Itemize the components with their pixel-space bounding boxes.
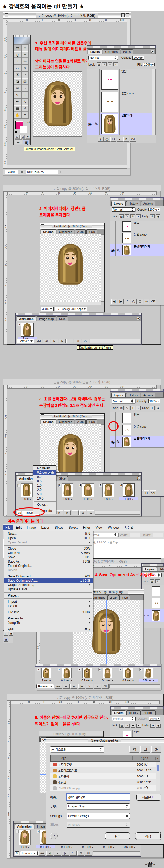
menu-item-revert[interactable]: Revert: [4, 568, 93, 572]
zoom-tool-icon[interactable]: ⊙: [21, 112, 29, 119]
layer-name[interactable]: 눈썹 copy: [120, 91, 134, 113]
vertical-scrollbar[interactable]: [100, 424, 104, 473]
menu-item[interactable]: 1.0: [33, 483, 56, 488]
lock-transparency-icon[interactable]: ▨: [119, 723, 124, 727]
next-frame-icon[interactable]: |▶: [58, 339, 66, 343]
new-folder-button[interactable]: ❏: [140, 746, 150, 753]
desktop-button[interactable]: ◰: [129, 746, 139, 753]
layer-style-icon[interactable]: ƒ: [124, 299, 130, 304]
frame-delay[interactable]: 0.5 sec.: [139, 679, 158, 682]
menu-help[interactable]: 도움말: [122, 524, 136, 530]
layer-set-icon[interactable]: ❏: [111, 137, 116, 142]
frames-scrollbar[interactable]: [95, 511, 140, 515]
file-row[interactable]: 3.피규어 2005.1.9: [50, 773, 160, 779]
tab-layers[interactable]: Layers: [111, 201, 126, 206]
layer-thumbnail[interactable]: [101, 70, 118, 90]
layer-thumbnail[interactable]: [122, 437, 131, 447]
tab-2up[interactable]: 2-Up: [75, 229, 86, 234]
title-bar[interactable]: 금발 copy @ 300% (금발머리여자, RGB): [3, 12, 131, 18]
recent-button[interactable]: ◷: [151, 746, 161, 753]
unify-visibility-icon[interactable]: ◉: [156, 406, 160, 410]
play-icon[interactable]: ▶: [56, 510, 63, 515]
frame-delay[interactable]: 1 sec.: [37, 679, 56, 682]
link-cell[interactable]: [93, 91, 100, 113]
blend-mode-select[interactable]: Normal: [112, 399, 135, 403]
prev-frame-icon[interactable]: ◀|: [43, 339, 50, 343]
delete-frame-icon[interactable]: ⌫: [101, 684, 109, 689]
animation-frame[interactable]: 1 1 sec.: [18, 323, 37, 340]
layer-thumbnail[interactable]: [152, 610, 160, 621]
layer-row-lips[interactable]: 입술: [110, 220, 164, 232]
menu-window[interactable]: Window: [105, 525, 122, 530]
fullscreen-menubar-icon[interactable]: ◱: [20, 134, 25, 139]
lock-transparency-icon[interactable]: ▨: [119, 214, 124, 218]
canvas[interactable]: [40, 234, 101, 302]
link-cell[interactable]: [146, 585, 150, 597]
tab-animation[interactable]: Animation: [15, 824, 34, 829]
lock-all-icon[interactable]: ▪: [136, 723, 141, 727]
menu-item-update-html[interactable]: Update HTML...: [4, 587, 93, 591]
link-cell[interactable]: [93, 69, 100, 91]
tween-icon[interactable]: ⋱: [67, 339, 73, 343]
tab-actions[interactable]: Actions: [141, 201, 155, 206]
preview-info-select[interactable]: -- / -- sec @ 28.8 Kbps: [54, 307, 87, 311]
menu-item-new[interactable]: New...⌘N: [4, 532, 93, 536]
layer-thumbnail[interactable]: [152, 586, 160, 596]
menu-item-quit[interactable]: Quit⌘Q: [4, 627, 93, 631]
history-brush-icon[interactable]: ✑: [21, 71, 29, 78]
loop-select[interactable]: Forever: [17, 339, 34, 343]
duplicate-frame-icon[interactable]: ⊞: [94, 684, 101, 689]
menu-item-close-all[interactable]: Close All⌥⌘W: [4, 551, 93, 555]
adjustment-layer-icon[interactable]: ◐: [117, 137, 123, 142]
menu-view[interactable]: View: [93, 525, 105, 530]
menu-item-selected[interactable]: 0.1 seconds: [33, 470, 56, 475]
menu-item-output-settings[interactable]: Output Settings: [4, 583, 93, 587]
height-field[interactable]: [153, 533, 163, 537]
type-tool-icon[interactable]: T: [21, 92, 29, 98]
clone-stamp-icon[interactable]: ♜: [14, 71, 21, 78]
location-select[interactable]: ▣데스크탑: [50, 746, 104, 752]
animation-frame[interactable]: 3 0.1 sec.: [78, 668, 96, 682]
play-icon[interactable]: ▶: [71, 684, 77, 689]
link-cell[interactable]: ✎: [116, 436, 121, 448]
layer-thumbnail[interactable]: [152, 598, 160, 608]
tab-actions[interactable]: Actions: [141, 393, 155, 397]
menu-item-save-optimized[interactable]: Save Optimized⌥⌘S: [4, 574, 93, 579]
palette-drag-bar[interactable]: [87, 45, 156, 48]
layer-name[interactable]: 금발머리여자: [132, 436, 150, 447]
palette-drag-bar[interactable]: [35, 664, 161, 666]
lock-transparency-icon[interactable]: ▨: [119, 406, 124, 410]
delete-layer-icon[interactable]: ⌫: [130, 137, 136, 142]
menu-item-place[interactable]: Place...: [4, 593, 93, 598]
layer-row-lips[interactable]: 입술: [110, 412, 164, 424]
canvas[interactable]: [33, 71, 82, 137]
lock-position-icon[interactable]: ✛: [108, 62, 112, 66]
menu-file[interactable]: File: [3, 525, 13, 530]
layer-name[interactable]: 입술: [120, 69, 127, 91]
column-name[interactable]: 이름: [50, 756, 132, 761]
layer-row-girl[interactable]: ◉ ✎ 금발머리-: [87, 113, 152, 135]
menu-item-save[interactable]: Save⌘S: [4, 555, 93, 559]
width-field[interactable]: [130, 533, 140, 537]
layer-name[interactable]: 눈썹 copy: [132, 424, 147, 436]
unify-position-icon[interactable]: ✛: [150, 214, 155, 218]
notes-tool-icon[interactable]: ▤: [14, 105, 21, 112]
frames-scrollbar[interactable]: [110, 684, 160, 688]
frames-scrollbar[interactable]: [93, 851, 140, 855]
layer-mask-icon[interactable]: ◯: [131, 299, 136, 304]
slice-icon[interactable]: ✄: [21, 58, 29, 65]
settings-select[interactable]: Default Settings: [67, 813, 130, 819]
link-cell[interactable]: ✎: [146, 609, 150, 622]
visibility-cell[interactable]: ◉: [110, 436, 116, 448]
new-folder-button2[interactable]: 새로운❏: [136, 794, 161, 801]
tab-paths[interactable]: Paths: [121, 49, 133, 54]
delete-frame-icon[interactable]: ⌫: [85, 851, 92, 856]
lock-all-icon[interactable]: ▪: [136, 406, 140, 410]
menu-item-jump-to[interactable]: Jump To: [4, 621, 93, 625]
layer-row[interactable]: [142, 585, 164, 597]
horizontal-scrollbar[interactable]: [40, 302, 101, 305]
layer-thumbnail[interactable]: [101, 92, 118, 112]
frame-delay[interactable]: 1 sec.: [99, 497, 118, 500]
line-tool-icon[interactable]: ╲: [21, 98, 29, 105]
palette-scrollbar[interactable]: [152, 69, 156, 135]
